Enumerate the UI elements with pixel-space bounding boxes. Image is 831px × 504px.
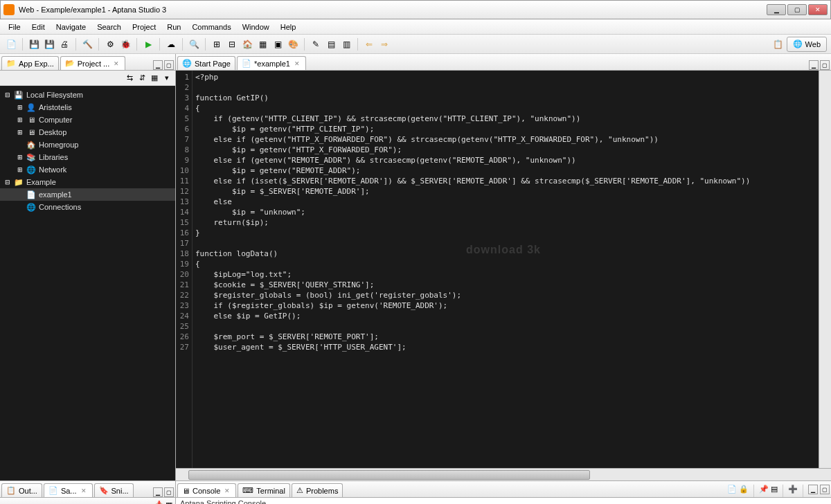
minimize-br-icon[interactable]: ▁	[808, 485, 818, 494]
run-icon[interactable]: ▶	[141, 37, 155, 51]
tab-terminal[interactable]: ⌨Terminal	[238, 483, 290, 497]
tree-node-desktop[interactable]: ⊞🖥Desktop	[0, 126, 175, 138]
view1-icon[interactable]: ⊞	[210, 37, 224, 51]
close-tab-icon[interactable]: ✕	[112, 60, 120, 67]
expand-icon[interactable]: ⊞	[17, 154, 24, 161]
build-icon[interactable]: 🔨	[80, 37, 94, 51]
close-tab-icon[interactable]: ✕	[223, 487, 231, 494]
menu-edit[interactable]: Edit	[26, 21, 51, 33]
tab-icon: ⌨	[242, 486, 253, 495]
project-tree[interactable]: ⊟💾Local Filesystem⊞👤Aristotelis⊞🖥Compute…	[0, 86, 175, 480]
expand-icon[interactable]: ⊟	[4, 91, 11, 98]
tree-node-example[interactable]: ⊟📁Example	[0, 176, 175, 188]
tab-icon: ⚠	[296, 486, 303, 495]
tab-label: *example1	[254, 60, 290, 68]
console-display-icon[interactable]: ▤	[771, 485, 778, 497]
menu-navigate[interactable]: Navigate	[51, 21, 91, 33]
minimize-editor-icon[interactable]: ▁	[809, 60, 819, 70]
tree-node-connections[interactable]: 🌐Connections	[0, 201, 175, 213]
forward-icon[interactable]: ⇒	[377, 37, 391, 51]
tree-node-localfilesystem[interactable]: ⊟💾Local Filesystem	[0, 89, 175, 101]
bl-icon1[interactable]: 📥	[154, 501, 164, 504]
minimize-bl-icon[interactable]: ▁	[153, 487, 163, 497]
search-icon[interactable]: 🔍	[187, 37, 201, 51]
save-all-icon[interactable]: 💾	[42, 37, 56, 51]
maximize-editor-icon[interactable]: ▢	[820, 60, 830, 70]
tree-node-network[interactable]: ⊞🌐Network	[0, 163, 175, 176]
print-icon[interactable]: 🖨	[57, 37, 71, 51]
maximize-bl-icon[interactable]: ▢	[164, 487, 174, 497]
console-lock-icon[interactable]: 🔒	[739, 485, 749, 497]
menu-run[interactable]: Run	[161, 21, 186, 33]
perspective-button[interactable]: 🌐 Web	[787, 37, 827, 52]
tab-console[interactable]: 🖥Console✕	[177, 483, 236, 497]
code-editor[interactable]: 1234567891011121314151617181920212223242…	[176, 71, 831, 468]
tree-node-computer[interactable]: ⊞🖥Computer	[0, 114, 175, 126]
close-tab-icon[interactable]: ✕	[293, 60, 301, 67]
menu-window[interactable]: Window	[237, 21, 275, 33]
tab-sa[interactable]: 📄Sa...✕	[44, 483, 93, 497]
tree-node-homegroup[interactable]: 🏠Homegroup	[0, 138, 175, 151]
code-area[interactable]: <?php function GetIP() { if (getenv("HTT…	[193, 71, 819, 468]
expand-icon[interactable]: ⊞	[17, 104, 24, 111]
tree-node-libraries[interactable]: ⊞📚Libraries	[0, 151, 175, 163]
console-new-icon[interactable]: ➕	[788, 485, 798, 497]
tab-problems[interactable]: ⚠Problems	[292, 483, 343, 497]
tree-node-example1[interactable]: 📄example1	[0, 188, 175, 201]
expand-icon[interactable]: ⊟	[4, 179, 11, 186]
menu-commands[interactable]: Commands	[186, 21, 236, 33]
console-clear-icon[interactable]: 📄	[727, 485, 737, 497]
cloud-icon[interactable]: ☁	[164, 37, 178, 51]
horizontal-scrollbar[interactable]	[176, 468, 831, 480]
back-icon[interactable]: ⇐	[362, 37, 376, 51]
box-icon[interactable]: ▦	[256, 37, 269, 51]
external-tools-icon[interactable]: ⚙	[103, 37, 117, 51]
tab-label: Project ...	[78, 60, 109, 68]
console-pin-icon[interactable]: 📌	[759, 485, 769, 497]
node-icon: 🖥	[26, 116, 36, 124]
tree-menu-icon[interactable]: ▦	[149, 73, 160, 84]
expand-icon[interactable]: ⊞	[17, 116, 24, 123]
open-perspective-icon[interactable]: 📋	[771, 37, 785, 51]
tab-label: Terminal	[256, 487, 285, 495]
node-label: Network	[39, 165, 66, 174]
tab-sni[interactable]: 🔖Sni...	[94, 483, 134, 497]
maximize-view-icon[interactable]: ▢	[164, 60, 174, 70]
node-icon: 🖥	[26, 128, 36, 136]
bl-icon2[interactable]: ▦	[166, 501, 172, 504]
edit3-icon[interactable]: ▥	[339, 37, 353, 51]
close-button[interactable]: ✕	[808, 4, 828, 15]
minimize-button[interactable]: ▁	[767, 4, 786, 15]
link-editor-icon[interactable]: ⇵	[136, 73, 148, 84]
expand-icon[interactable]: ⊞	[17, 166, 24, 173]
minimize-view-icon[interactable]: ▁	[153, 60, 163, 70]
tree-node-aristotelis[interactable]: ⊞👤Aristotelis	[0, 101, 175, 114]
expand-icon[interactable]: ⊞	[17, 129, 24, 136]
color-icon[interactable]: 🎨	[286, 37, 300, 51]
menu-search[interactable]: Search	[91, 21, 127, 33]
tab-appexp[interactable]: 📁App Exp...	[1, 56, 59, 70]
tree-dropdown-icon[interactable]: ▾	[161, 73, 172, 84]
tab-project[interactable]: 📂Project ...✕	[60, 56, 125, 70]
new-icon[interactable]: 📄	[4, 37, 18, 51]
edit2-icon[interactable]: ▤	[324, 37, 338, 51]
home-icon[interactable]: 🏠	[240, 37, 254, 51]
tab-example1[interactable]: 📄*example1✕	[237, 56, 306, 70]
menu-project[interactable]: Project	[127, 21, 161, 33]
collapse-all-icon[interactable]: ⇆	[124, 73, 135, 84]
save-icon[interactable]: 💾	[27, 37, 41, 51]
menu-file[interactable]: File	[3, 21, 26, 33]
screen-icon[interactable]: ▣	[271, 37, 285, 51]
tab-startpage[interactable]: 🌐Start Page	[177, 56, 235, 70]
close-tab-icon[interactable]: ✕	[80, 487, 88, 494]
vertical-scrollbar[interactable]	[819, 71, 831, 468]
tab-out[interactable]: 📋Out...	[1, 483, 42, 497]
view2-icon[interactable]: ⊟	[225, 37, 239, 51]
maximize-button[interactable]: ▢	[787, 4, 807, 15]
menu-help[interactable]: Help	[275, 21, 302, 33]
edit1-icon[interactable]: ✎	[309, 37, 323, 51]
bottom-left-tabs: 📋Out...📄Sa...✕🔖Sni... ▁ ▢	[0, 481, 175, 498]
debug-icon[interactable]: 🐞	[118, 37, 132, 51]
maximize-br-icon[interactable]: ▢	[820, 485, 830, 494]
node-label: Desktop	[39, 128, 66, 136]
